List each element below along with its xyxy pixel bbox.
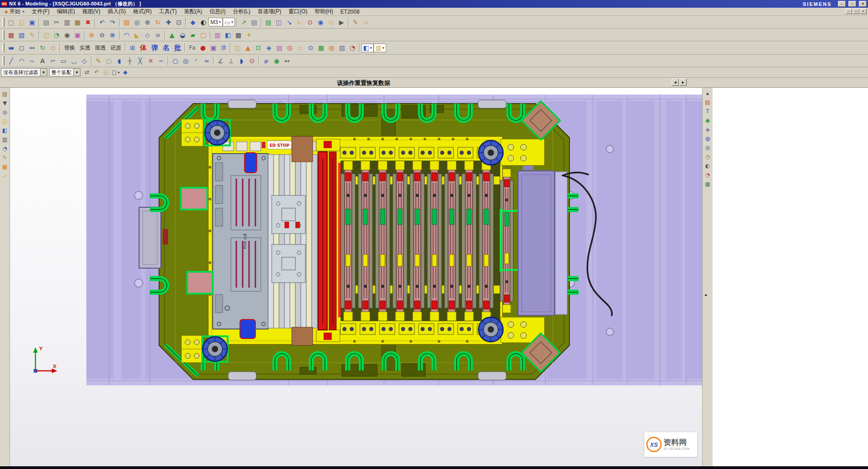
chevron-down-icon[interactable]: ▼ [40,69,47,76]
sheet-stack-icon[interactable]: ▤ [263,17,274,27]
save-icon[interactable]: ▣ [27,17,37,27]
revolve-icon[interactable]: ◔ [51,30,62,40]
directory-icon[interactable]: ▤ [0,90,9,99]
pattern-icon[interactable]: ▩ [233,30,244,40]
clock-icon[interactable]: ◔ [0,144,9,153]
process-studio-icon[interactable]: ◐ [703,161,712,170]
chevron-down-icon[interactable]: ▼ [73,69,80,76]
menu-window[interactable]: 窗口(O) [285,8,311,15]
tangent-icon[interactable]: ◗ [236,55,247,66]
grid-display-icon[interactable]: ⊞ [127,43,138,53]
ellipse-icon[interactable]: ◎ [180,55,191,66]
lock-icon[interactable]: ◉ [315,17,326,27]
structure-icon[interactable]: ◔ [347,43,358,53]
rotate-view-icon[interactable]: ↻ [153,17,163,27]
mdi-close-button[interactable]: × [860,9,867,14]
shaded-mini-icon[interactable]: ◆ [120,68,130,77]
copy-icon[interactable]: ▥ [62,17,72,27]
star-icon[interactable]: ✦ [244,30,254,40]
intersect-point-icon[interactable]: ┼ [125,55,135,66]
print-icon[interactable]: ▤ [41,17,51,27]
die-plate[interactable]: first cut [213,154,268,329]
menu-et2008[interactable]: ET2008 [337,8,363,15]
menu-help[interactable]: 帮助(H) [311,8,337,15]
spring-button[interactable]: 弹 [149,43,160,53]
polygon-icon[interactable]: ◇ [79,55,90,66]
menu-assemblies[interactable]: 装配(A) [180,8,206,15]
selection-filter-combo[interactable]: 没有选择过滤器 ▼ [1,68,47,76]
project-curve-icon[interactable]: ╳ [135,55,145,66]
highlight-icon[interactable]: ● [198,43,208,53]
background-combo[interactable]: ▭▾ [223,18,235,26]
toolbar-drag-handle[interactable] [2,30,5,40]
mirror-curve-icon[interactable]: ◖ [114,55,125,66]
delete-icon[interactable]: ✖ [83,17,93,27]
shell-icon[interactable]: ◇ [142,30,153,40]
dimension-icon[interactable]: ↔ [282,55,292,66]
cut-icon[interactable]: ✂ [51,17,62,27]
arc-icon[interactable]: ◠ [16,55,27,66]
intersect-icon[interactable]: ⊗ [107,30,118,40]
undo-selection-icon[interactable]: ↶ [92,68,101,77]
filter-icon[interactable]: ▼ [0,99,9,108]
screenshot-icon[interactable]: ▧ [121,17,132,27]
blend-icon[interactable]: ◠ [121,30,132,40]
mdi-minimize-button[interactable]: – [845,9,852,14]
open-part-icon[interactable]: ◱ [0,117,9,126]
palette-icon[interactable]: ▦ [0,162,9,171]
select-filter-icon[interactable]: ▶ [336,17,347,27]
find-icon[interactable]: ◎ [0,108,9,117]
text-icon[interactable]: A [37,55,48,66]
menu-edit[interactable]: 编辑(E) [53,8,79,15]
interpart-icon[interactable]: ◍ [326,43,337,53]
redo-icon[interactable]: ↷ [107,17,118,27]
section-view-icon[interactable]: ◫ [274,17,284,27]
zoom-in-out-icon[interactable]: ⊕ [142,17,153,27]
open-icon[interactable]: ◱ [16,17,27,27]
fitting-icon[interactable]: ▬ [6,43,16,53]
perpendicular-icon[interactable]: ⊥ [226,55,236,66]
reuse-library-icon[interactable]: ◈ [703,125,712,134]
supplies-combo[interactable]: ▥▾ [374,44,386,52]
insert-block[interactable] [181,188,207,210]
scroll-right-button[interactable]: ► [679,79,687,86]
display-mode-icon[interactable]: ◐ [198,17,209,27]
select-rect-icon[interactable]: ▢▾ [111,68,120,77]
face-transparent-button[interactable]: 面透 [93,43,108,53]
start-menu-button[interactable]: ◆ 开始 ▾ [1,8,28,15]
menu-format[interactable]: 格式(R) [130,8,155,15]
display-part-icon[interactable]: ◧ [0,126,9,135]
datum-icon[interactable]: ∟ [294,17,305,27]
pattern-component-icon[interactable]: ▤ [274,43,284,53]
circle-icon[interactable]: ○ [170,55,180,66]
shaded-display-icon[interactable]: ◆ [188,17,198,27]
add-component-icon[interactable]: ◫ [232,43,243,53]
mirror-body-icon[interactable]: ◧ [223,30,233,40]
fit-view-icon[interactable]: ⊡ [174,17,184,27]
window-list-icon[interactable]: ▥ [0,135,9,144]
sketch-constraint-icon[interactable]: ◉ [271,55,282,66]
clearance-icon[interactable]: ▧ [337,43,347,53]
feed-block[interactable] [292,136,313,162]
snap-toggle-icon[interactable]: ⇄ [82,68,92,77]
notes-icon[interactable]: ✎ [0,153,9,162]
solid-transparent-button[interactable]: 实透 [77,43,93,53]
graphics-window[interactable]: ED STOP [10,88,702,466]
layer-settings-icon[interactable]: ▤ [249,17,259,27]
ruler-icon[interactable]: ▱ [361,17,371,27]
measure-icon[interactable]: ✎ [350,17,361,27]
block-icon[interactable]: ▣ [72,30,83,40]
instance-icon[interactable]: ▥ [212,30,223,40]
fillet-icon[interactable]: ◡ [69,55,79,66]
split-body-icon[interactable]: ◒ [177,30,188,40]
roles-icon[interactable]: ◔ [703,170,712,180]
fa-button[interactable]: Fa [187,43,198,53]
conic-icon[interactable]: ◜ [191,55,201,66]
constraint-icon[interactable]: ⊡ [253,43,264,53]
batch-button[interactable]: 批 [172,43,183,53]
new-file-icon[interactable]: ▢ [6,17,16,27]
explode-icon[interactable]: ◎ [284,43,295,53]
transform-icon[interactable]: ◇ [48,43,58,53]
point-on-curve-icon[interactable]: ⊙ [247,55,257,66]
offset-curve-icon[interactable]: ◌ [104,55,114,66]
